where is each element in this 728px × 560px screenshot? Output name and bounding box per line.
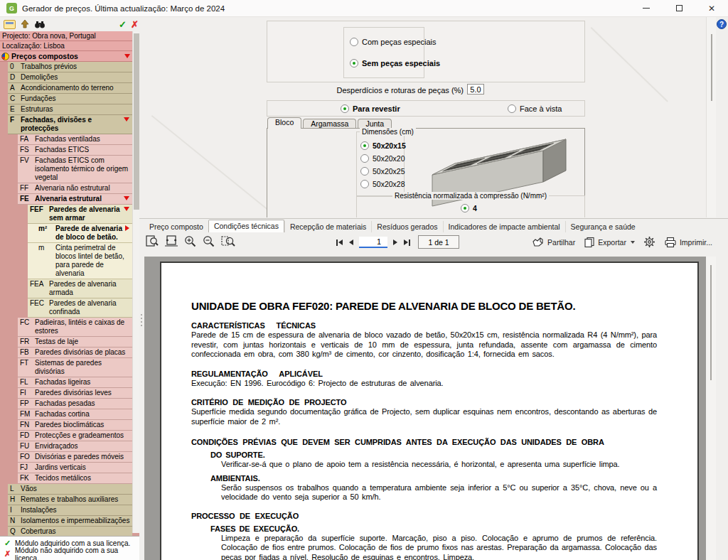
next-page-button[interactable] [392,239,398,246]
tree-item[interactable]: m Cinta perimetral de blocos lintel de b… [28,243,132,279]
radio-option[interactable]: 50x20x15 [360,141,406,150]
tree-item[interactable]: FB Paredes divisórias de placas [18,348,132,358]
tree-item[interactable]: FO Divisórias e paredes móveis [18,452,132,463]
zoom-in-button[interactable] [183,235,197,247]
tree-item[interactable]: FEC Paredes de alvenaria confinada [28,298,132,318]
tree-item[interactable]: FEA Paredes de alvenaria armada [28,279,132,298]
tree-item-code: I [8,506,21,515]
radio-option[interactable]: 50x20x25 [360,166,406,176]
cards-icon [4,20,16,29]
share-icon [532,237,545,247]
export-label: Exportar [598,238,626,247]
tree-item-label: Parede de alvenaria de bloco de betão. [55,225,124,242]
tree-item[interactable]: A Acondicionamento do terreno [8,83,132,94]
radio-option[interactable]: 50x20x28 [360,179,406,188]
previous-page-button[interactable] [348,239,354,246]
tree-item[interactable]: FR Testas de laje [18,337,132,348]
share-button[interactable]: Partilhar [532,237,575,247]
tree-item[interactable]: FS Fachadas ETICS [18,145,132,156]
tree-item[interactable]: F Fachadas, divisões e protecções [8,115,132,134]
viewer-tab[interactable]: Condições técnicas [208,220,284,232]
tree-item[interactable]: FP Fachadas pesadas [18,399,132,409]
radio-option[interactable]: 50x20x20 [360,154,406,163]
zoom-page-button[interactable] [145,235,159,247]
fit-width-icon [164,235,178,247]
composite-prices-view-button[interactable] [4,20,16,29]
viewer-tab[interactable]: Recepção de materiais [284,221,371,232]
search-button[interactable] [34,20,46,29]
tree-item[interactable]: FE Alvenaria estrutural [18,194,132,205]
tree-item-code: FC [18,318,35,327]
document-scrollbar[interactable] [706,257,716,560]
watermark-line [591,27,668,102]
tree-item[interactable]: H Remates e trabalhos auxiliares [8,495,132,505]
tree-item[interactable]: D Demolições [8,72,132,83]
tree-item[interactable]: FD Protecções e gradeamentos [18,431,132,441]
radio-option[interactable]: Face à vista [508,104,562,113]
tree-item[interactable]: E Estruturas [8,104,132,115]
project-row[interactable]: Projecto: Obra nova, Portugal [0,31,132,41]
zoom-region-button[interactable] [220,235,235,247]
tree-item[interactable]: FEF Paredes de alvenaria sem armar [28,205,132,224]
radio-option[interactable]: Com peças especiais [350,37,440,46]
tree-item[interactable]: L Vãos [8,484,132,495]
tree-root-composite-prices[interactable]: Preços compostos [0,51,132,62]
tree-item[interactable]: FK Tecidos metálicos [18,473,132,484]
close-button[interactable]: ✕ [695,0,728,16]
sidebar-scrollbar[interactable] [132,31,139,533]
fit-width-button[interactable] [164,235,178,247]
zoom-out-button[interactable] [202,235,215,247]
viewer-tab[interactable]: Indicadores de impacte ambiental [443,221,565,232]
options-scrollbar[interactable] [706,17,716,217]
tree-item[interactable]: FV Fachadas ETICS com isolamento térmico… [18,156,132,183]
radio-option[interactable]: Para revestir [341,104,400,113]
tree-item[interactable]: I Instalações [8,505,132,516]
cancel-button[interactable]: ✗ [131,19,139,30]
tree-item-code: FN [18,421,35,429]
document-canvas[interactable]: UNIDADE DE OBRA FEF020: PAREDE DE ALVENA… [144,257,706,560]
tree-item[interactable]: FC Padieiras, lintéis e caixas de estore… [18,318,132,337]
radio-option[interactable]: Sem peças especiais [350,58,440,68]
minimize-button[interactable] [630,0,663,16]
tree-item[interactable]: FJ Jardins verticais [18,463,132,473]
tree-item[interactable]: FF Alvenaria não estrutural [18,183,132,194]
print-button[interactable]: Imprimir... [664,237,712,248]
page-number-input[interactable] [359,237,387,248]
maximize-button[interactable] [663,0,695,16]
waste-input[interactable] [467,84,484,95]
tree-item[interactable]: Q Coberturas [8,527,132,536]
radio-option[interactable]: 4 [461,203,477,212]
tree-item[interactable]: FU Envidraçados [18,441,132,452]
first-page-button[interactable] [336,239,343,247]
tree-item[interactable]: m² Parede de alvenaria de bloco de betão… [28,224,132,243]
settings-button[interactable] [643,236,655,248]
help-button[interactable]: ? [717,19,727,29]
material-tab[interactable]: Bloco [267,117,301,129]
options-scrollbar-thumb[interactable] [711,34,712,101]
viewer-tab[interactable]: Segurança e saúde [565,221,641,232]
tree-item[interactable]: FM Fachadas cortina [18,409,132,420]
printer-icon [664,237,677,248]
up-level-button[interactable] [19,19,31,29]
tree-item[interactable]: FT Sistemas de paredes divisórias [18,358,132,377]
document-scrollbar-thumb[interactable] [710,265,712,380]
tree-item[interactable]: FA Fachadas ventiladas [18,134,132,145]
viewer-tab[interactable]: Resíduos gerados [371,221,442,232]
tree-item[interactable]: 0 Trabalhos prévios [8,62,132,72]
tree-item[interactable]: FN Paredes bioclimáticas [18,420,132,431]
material-tab[interactable]: Junta [358,119,392,129]
tree-item[interactable]: FI Paredes divisórias leves [18,388,132,399]
viewer-tab[interactable]: Preço composto [144,221,208,232]
splitter-handle[interactable] [140,314,143,333]
tree-item-code: A [8,84,21,92]
export-button[interactable]: Exportar [584,237,635,247]
accept-button[interactable]: ✓ [119,19,127,30]
tree-item[interactable]: FL Fachadas ligeiras [18,377,132,388]
material-tab[interactable]: Argamassa [303,119,356,129]
last-page-button[interactable] [403,239,411,247]
tree-item[interactable]: N Isolamentos e impermeabilizações [8,516,132,527]
location-row[interactable]: Localização: Lisboa [0,41,132,51]
sidebar-scrollbar-thumb[interactable] [134,33,139,210]
tree-item-label: Fundações [21,95,131,103]
tree-item[interactable]: C Fundações [8,94,132,104]
